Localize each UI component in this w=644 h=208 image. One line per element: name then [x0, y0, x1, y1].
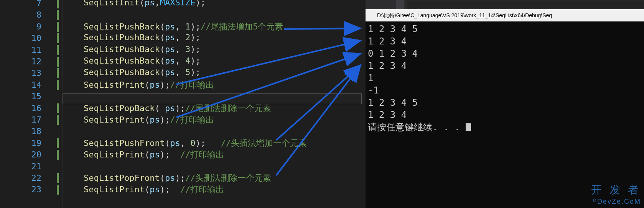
- line-number[interactable]: 20: [0, 150, 41, 159]
- change-marker: [57, 45, 59, 55]
- code-token: ,: [175, 22, 185, 31]
- code-line[interactable]: SeqListPrint(ps); //打印输出: [63, 149, 224, 161]
- code-token: 3: [185, 44, 190, 54]
- code-line[interactable]: SeqListInit(ps,MAXSIZE);: [63, 0, 206, 7]
- line-number[interactable]: 17: [0, 115, 41, 124]
- code-token: );: [175, 103, 185, 113]
- code-token: );: [190, 33, 201, 42]
- line-number[interactable]: 8: [0, 10, 41, 20]
- code-line[interactable]: SeqListPrint(ps); //打印输出: [63, 184, 224, 195]
- code-token: (: [155, 103, 165, 113]
- code-token: );: [195, 0, 206, 7]
- code-token: 2: [185, 33, 190, 42]
- code-token: );: [190, 22, 201, 31]
- code-token: ps: [165, 33, 175, 42]
- code-editor[interactable]: 7891011121314151617181920212223 SeqListI…: [0, 0, 364, 208]
- code-token: ,: [175, 56, 185, 66]
- change-marker: [57, 10, 59, 20]
- line-number[interactable]: 19: [0, 138, 41, 148]
- code-token: (: [160, 22, 165, 31]
- scrollbar-thumb[interactable]: [396, 0, 404, 9]
- code-token: );: [160, 150, 180, 159]
- code-token: [63, 138, 84, 148]
- code-line[interactable]: SeqListPrint(ps);//打印输出: [63, 79, 214, 91]
- code-token: //头删法删除一个元素: [185, 173, 272, 183]
- code-token: ps: [165, 67, 175, 77]
- change-marker: [57, 80, 59, 90]
- line-number[interactable]: 9: [0, 22, 41, 31]
- change-marker: [57, 185, 59, 195]
- change-marker: [57, 138, 59, 148]
- code-token: (: [145, 185, 150, 194]
- change-marker: [57, 57, 59, 67]
- code-token: [63, 103, 84, 113]
- code-token: SeqListPrint: [84, 80, 145, 90]
- code-token: (: [145, 80, 150, 90]
- code-line[interactable]: SeqListPushBack(ps, 1);//尾插法增加5个元素: [63, 21, 283, 33]
- console-title-bar[interactable]: D:\比特\Gitee\C_Language\VS 2019\work_11_1…: [366, 9, 644, 21]
- console-output[interactable]: 1 2 3 4 5 1 2 3 4 0 1 2 3 4 1 2 3 4 1 -1…: [366, 21, 644, 208]
- code-token: SeqListPushBack: [84, 67, 160, 77]
- line-number[interactable]: 16: [0, 103, 41, 113]
- code-area[interactable]: SeqListInit(ps,MAXSIZE); SeqListPushBack…: [63, 0, 364, 208]
- code-token: SeqListPushBack: [84, 22, 160, 31]
- code-token: SeqListPrint: [84, 115, 145, 124]
- code-line[interactable]: SeqListPushFront(ps, 0); //头插法增加一个元素: [63, 138, 307, 149]
- code-token: ps: [150, 80, 160, 90]
- code-token: (: [165, 138, 170, 148]
- code-line[interactable]: SeqListPushBack(ps, 5);: [63, 67, 201, 77]
- code-token: ,: [175, 44, 185, 54]
- change-marker: [57, 103, 59, 113]
- code-token: [63, 185, 84, 194]
- code-token: //打印输出: [180, 185, 224, 194]
- console-caret: [466, 123, 471, 131]
- code-line[interactable]: SeqListPopBack( ps);//尾删法删除一个元素: [63, 103, 271, 114]
- change-marker: [57, 22, 59, 32]
- line-number[interactable]: 11: [0, 45, 41, 55]
- change-marker: [57, 115, 59, 125]
- line-number[interactable]: 7: [0, 0, 41, 8]
- line-number[interactable]: 18: [0, 126, 41, 136]
- code-token: );: [160, 80, 170, 90]
- line-number[interactable]: 14: [0, 80, 41, 90]
- code-token: ps: [145, 0, 155, 7]
- line-number[interactable]: 10: [0, 33, 41, 43]
- code-line[interactable]: SeqListPushBack(ps, 2);: [63, 33, 201, 42]
- change-marker: [57, 150, 59, 160]
- code-token: ps: [165, 173, 175, 183]
- code-token: [63, 115, 84, 124]
- change-marker: [57, 68, 59, 78]
- code-token: [63, 22, 84, 31]
- line-number[interactable]: 21: [0, 162, 41, 171]
- code-token: ps: [150, 150, 160, 159]
- code-token: ps: [165, 44, 175, 54]
- line-number[interactable]: 15: [0, 92, 41, 101]
- code-token: ,: [175, 33, 185, 42]
- code-token: [63, 44, 84, 54]
- code-token: //打印输出: [170, 115, 214, 124]
- code-token: [63, 0, 84, 7]
- code-line[interactable]: SeqListPrint(ps);//打印输出: [63, 114, 214, 126]
- line-number-gutter[interactable]: 7891011121314151617181920212223: [0, 0, 50, 208]
- change-marker: [57, 0, 59, 8]
- code-line[interactable]: SeqListPushBack(ps, 4);: [63, 56, 201, 66]
- code-line[interactable]: SeqListPushBack(ps, 3);: [63, 44, 201, 54]
- code-token: ps: [150, 185, 160, 194]
- line-number[interactable]: 23: [0, 185, 41, 194]
- code-token: SeqListInit: [84, 0, 140, 7]
- code-token: MAXSIZE: [160, 0, 196, 7]
- code-token: ps: [150, 115, 160, 124]
- code-token: //头插法增加一个元素: [221, 138, 307, 148]
- code-token: [63, 150, 84, 159]
- code-token: (: [160, 44, 165, 54]
- code-token: //尾删法删除一个元素: [185, 103, 272, 113]
- line-number[interactable]: 13: [0, 68, 41, 78]
- code-token: ps: [165, 22, 175, 31]
- code-token: ps: [165, 56, 175, 66]
- code-token: (: [145, 115, 150, 124]
- line-number[interactable]: 22: [0, 173, 41, 183]
- code-line[interactable]: SeqListPopFront(ps);//头删法删除一个元素: [63, 172, 271, 184]
- line-number[interactable]: 12: [0, 57, 41, 66]
- code-token: (: [160, 173, 165, 183]
- code-token: ,: [175, 67, 185, 77]
